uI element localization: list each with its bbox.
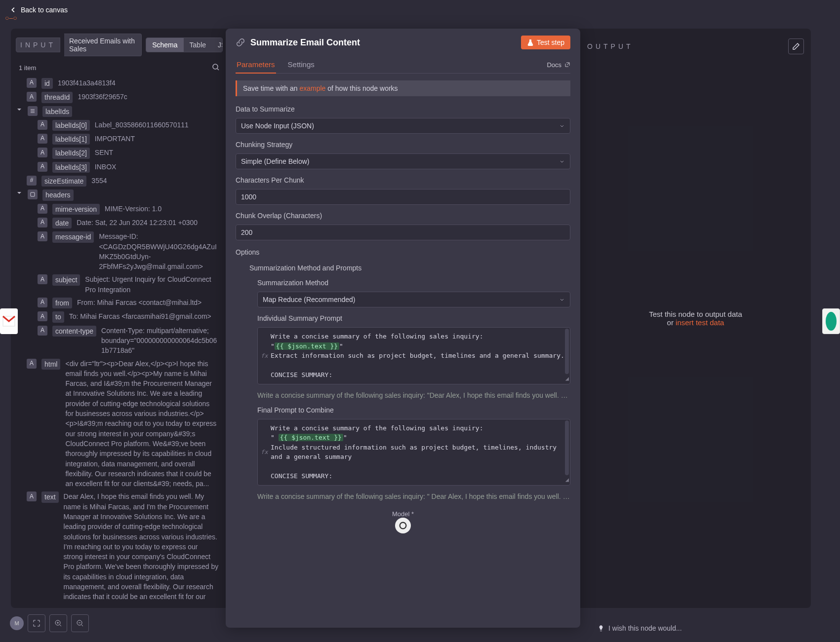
footer-wish[interactable]: I wish this node would... <box>598 624 682 632</box>
tree-row[interactable]: A html <div dir="ltr"><p>Dear Alex,</p><… <box>16 357 219 491</box>
search-icon[interactable] <box>212 63 220 73</box>
wish-label: I wish this node would... <box>608 624 682 632</box>
gmail-icon <box>0 308 18 334</box>
list-icon <box>28 106 38 116</box>
schema-tree[interactable]: A id 1903f41a3a4813f4 A threadId 1903f36… <box>16 76 223 603</box>
main-panel: INPUT Received Emails with Sales Schema … <box>11 29 811 608</box>
tab-json[interactable]: JSON <box>212 38 223 52</box>
type-badge-string: A <box>38 134 47 144</box>
model-row: Model * <box>236 505 570 543</box>
val: To: Mihai Farcas <farcasmihai91@gmail.co… <box>69 311 211 321</box>
tree-row[interactable]: A message-id Message-ID: <CAGDzDQR5BWWjU… <box>16 230 219 273</box>
type-badge-string: A <box>38 231 47 241</box>
key: message-id <box>52 231 94 242</box>
external-link-icon <box>564 62 570 68</box>
input-column: INPUT Received Emails with Sales Schema … <box>11 29 226 608</box>
tree-row[interactable]: A threadId 1903f36f29657c <box>16 90 219 104</box>
scrollbar[interactable] <box>565 329 569 374</box>
type-badge-string: A <box>27 78 37 88</box>
label-chunk-overlap: Chunk Overlap (Characters) <box>236 212 570 220</box>
tree-row[interactable]: A labelIds[0] Label_8035866011660570111 <box>16 118 219 132</box>
select-chunking-strategy[interactable]: Simple (Define Below) <box>236 153 570 169</box>
chevron-down-icon <box>559 158 565 164</box>
key: text <box>41 491 59 502</box>
key: from <box>52 298 72 308</box>
zoom-out-button[interactable] <box>71 614 89 632</box>
tree-row[interactable]: A content-type Content-Type: multipart/a… <box>16 324 219 357</box>
tree-row[interactable]: A from From: Mihai Farcas <contact@mihai… <box>16 296 219 310</box>
output-msg-line1: Test this node to output data <box>649 310 742 318</box>
resize-handle-icon[interactable]: ◢ <box>565 374 569 383</box>
node-title: Summarize Email Content <box>250 38 360 48</box>
tree-row[interactable]: A text Dear Alex, I hope this email find… <box>16 490 219 603</box>
input-chars-per-chunk[interactable]: 1000 <box>236 189 570 205</box>
input-source-selector[interactable]: Received Emails with Sales <box>64 34 142 56</box>
val: Message-ID: <CAGDzDQR5BWWjU40G26dg4AZuIM… <box>99 231 219 271</box>
svg-point-0 <box>213 64 218 69</box>
tree-row[interactable]: A subject Subject: Urgent Inquiry for Cl… <box>16 273 219 296</box>
tree-row[interactable]: A id 1903f41a3a4813f4 <box>16 76 219 90</box>
scrollbar[interactable] <box>565 420 569 475</box>
tree-row[interactable]: A labelIds[3] INBOX <box>16 160 219 174</box>
tree-row-expandable[interactable]: labelIds <box>16 105 219 118</box>
back-to-canvas-button[interactable]: Back to canvas <box>10 6 68 14</box>
openai-icon <box>395 518 411 533</box>
input-value: 200 <box>241 228 252 236</box>
textarea-individual-prompt[interactable]: fxWrite a concise summary of the followi… <box>257 327 570 384</box>
arrow-left-icon <box>10 6 17 13</box>
edit-output-button[interactable] <box>788 38 804 54</box>
insert-test-data-link[interactable]: insert test data <box>676 318 724 327</box>
user-avatar[interactable]: M <box>10 616 24 630</box>
tree-row[interactable]: A date Date: Sat, 22 Jun 2024 12:23:01 +… <box>16 216 219 230</box>
fx-icon: fx <box>261 448 268 456</box>
tree-row[interactable]: A labelIds[2] SENT <box>16 146 219 160</box>
val: Label_8035866011660570111 <box>95 120 189 130</box>
input-label: INPUT <box>16 38 60 52</box>
label-chars-per-chunk: Characters Per Chunk <box>236 176 570 184</box>
fullscreen-button[interactable] <box>28 614 45 632</box>
val: Content-Type: multipart/alternative; bou… <box>101 326 219 356</box>
select-summ-method[interactable]: Map Reduce (Recommended) <box>257 292 570 307</box>
chevron-down-icon[interactable] <box>16 106 23 113</box>
test-step-button[interactable]: Test step <box>521 36 570 49</box>
tree-row[interactable]: A mime-version MIME-Version: 1.0 <box>16 202 219 216</box>
zoom-in-button[interactable] <box>49 614 67 632</box>
resolved-final-prompt: Write a concise summary of the following… <box>257 492 570 500</box>
zoom-in-icon <box>54 619 62 627</box>
select-data-to-summarize[interactable]: Use Node Input (JSON) <box>236 118 570 134</box>
tree-row-expandable[interactable]: headers <box>16 188 219 202</box>
zoom-out-icon <box>76 619 84 627</box>
tree-row[interactable]: # sizeEstimate 3554 <box>16 174 219 188</box>
tab-schema[interactable]: Schema <box>146 38 183 52</box>
val: SENT <box>95 148 113 157</box>
key: date <box>52 218 72 228</box>
key: id <box>41 78 53 89</box>
docs-link[interactable]: Docs <box>547 56 570 73</box>
tab-parameters[interactable]: Parameters <box>236 56 276 74</box>
tip-pre: Save time with an <box>243 84 299 92</box>
input-chunk-overlap[interactable]: 200 <box>236 225 570 240</box>
val: 1903f41a3a4813f4 <box>58 78 116 88</box>
tree-row[interactable]: A labelIds[1] IMPORTANT <box>16 132 219 146</box>
key: threadId <box>41 92 73 103</box>
chevron-down-icon[interactable] <box>16 189 23 196</box>
resize-handle-icon[interactable]: ◢ <box>565 475 569 484</box>
textarea-final-prompt[interactable]: fxWrite a concise summary of the followi… <box>257 419 570 486</box>
type-badge-string: A <box>27 92 37 102</box>
type-badge-string: A <box>38 162 47 172</box>
left-edge-node[interactable] <box>0 308 18 334</box>
key: to <box>52 311 64 322</box>
tip-example-link[interactable]: example <box>299 84 325 92</box>
item-count: 1 item <box>19 64 36 72</box>
val: MIME-Version: 1.0 <box>105 204 161 214</box>
model-connector[interactable] <box>395 518 411 533</box>
node-title-row: Summarize Email Content Test step <box>236 36 570 49</box>
tab-table[interactable]: Table <box>184 38 212 52</box>
type-badge-string: A <box>38 148 47 157</box>
select-value: Map Reduce (Recommended) <box>263 296 356 303</box>
items-row: 1 item <box>16 56 223 76</box>
type-badge-string: A <box>27 359 37 369</box>
tree-row[interactable]: A to To: Mihai Farcas <farcasmihai91@gma… <box>16 310 219 324</box>
tab-settings[interactable]: Settings <box>287 56 316 73</box>
right-edge-node[interactable] <box>822 308 840 334</box>
